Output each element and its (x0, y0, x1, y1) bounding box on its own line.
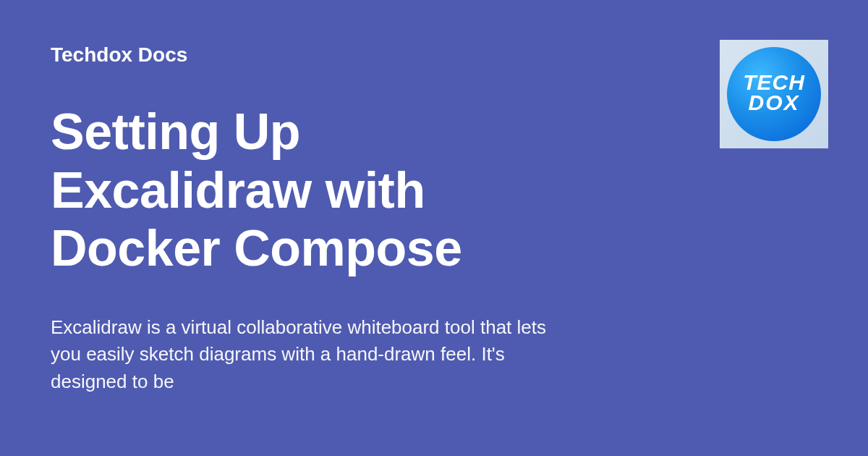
main-content: Techdox Docs Setting Up Excalidraw with … (0, 0, 615, 439)
logo-circle: TECH DOX (727, 47, 821, 141)
logo-text-line1: TECH (743, 72, 805, 93)
site-name: Techdox Docs (51, 43, 564, 67)
page-title: Setting Up Excalidraw with Docker Compos… (51, 103, 564, 278)
brand-logo: TECH DOX (720, 40, 828, 148)
page-description: Excalidraw is a virtual collaborative wh… (51, 314, 564, 396)
logo-text-line2: DOX (748, 93, 799, 114)
